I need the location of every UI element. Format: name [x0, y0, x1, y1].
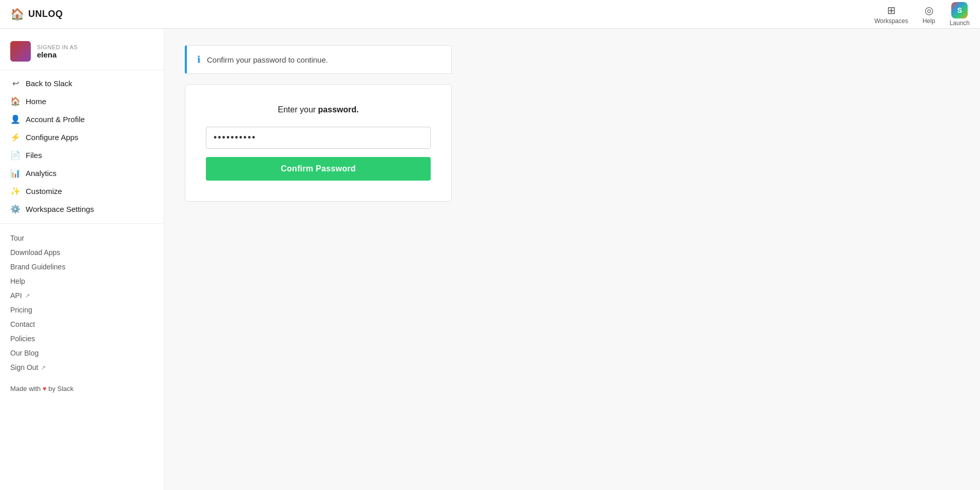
- brand-label: Brand Guidelines: [10, 263, 65, 271]
- main-content: ℹ Confirm your password to continue. Ent…: [164, 29, 980, 490]
- blog-label: Our Blog: [10, 349, 39, 357]
- info-icon: ℹ: [197, 54, 201, 65]
- signed-in-as-label: SIGNED IN AS: [37, 44, 78, 50]
- contact-link[interactable]: Contact: [0, 317, 164, 331]
- launch-app-icon: S: [951, 2, 968, 18]
- user-section: SIGNED IN AS elena: [0, 37, 164, 70]
- help-label: Help: [923, 17, 935, 25]
- nav-divider: [0, 223, 164, 224]
- blog-link[interactable]: Our Blog: [0, 346, 164, 360]
- app-title: UNLOQ: [28, 9, 63, 19]
- download-apps-link[interactable]: Download Apps: [0, 245, 164, 260]
- files-label: Files: [26, 151, 42, 160]
- home-nav-icon: 🏠: [10, 96, 21, 106]
- configure-icon: ⚡: [10, 132, 21, 142]
- home-icon: 🏠: [10, 8, 24, 21]
- account-icon: 👤: [10, 114, 21, 124]
- policies-label: Policies: [10, 335, 35, 343]
- workspaces-button[interactable]: ⊞ Workspaces: [874, 4, 908, 25]
- files-link[interactable]: 📄 Files: [0, 146, 164, 164]
- customize-icon: ✨: [10, 186, 21, 196]
- pricing-link[interactable]: Pricing: [0, 303, 164, 317]
- settings-icon: ⚙️: [10, 204, 21, 214]
- files-icon: 📄: [10, 150, 21, 160]
- sidebar: SIGNED IN AS elena ↩ Back to Slack 🏠 Hom…: [0, 29, 164, 490]
- confirm-password-button[interactable]: Confirm Password: [206, 157, 431, 181]
- workspaces-icon: ⊞: [887, 4, 896, 16]
- by-slack-text: by Slack: [48, 385, 73, 393]
- tour-link[interactable]: Tour: [0, 231, 164, 245]
- password-card: Enter your password. Confirm Password: [185, 84, 452, 202]
- external-link-icon: ↗: [25, 292, 30, 299]
- launch-button[interactable]: S Launch: [950, 2, 970, 27]
- workspace-settings-label: Workspace Settings: [26, 205, 94, 213]
- customize-label: Customize: [26, 187, 62, 195]
- configure-label: Configure Apps: [26, 133, 79, 142]
- help-link[interactable]: Help: [0, 274, 164, 288]
- sign-out-external-icon: ↗: [41, 364, 46, 371]
- analytics-label: Analytics: [26, 169, 56, 178]
- account-label: Account & Profile: [26, 115, 85, 124]
- customize-link[interactable]: ✨ Customize: [0, 182, 164, 200]
- back-arrow-icon: ↩: [10, 79, 21, 88]
- top-nav-right: ⊞ Workspaces ◎ Help S Launch: [874, 2, 970, 27]
- heart-icon: ♥: [43, 385, 48, 393]
- brand-guidelines-link[interactable]: Brand Guidelines: [0, 260, 164, 274]
- top-nav-left: 🏠 UNLOQ: [10, 8, 63, 21]
- made-with-footer: Made with ♥ by Slack: [0, 377, 164, 401]
- sign-out-link[interactable]: Sign Out ↗: [0, 360, 164, 375]
- configure-apps-link[interactable]: ⚡ Configure Apps: [0, 128, 164, 146]
- launch-label: Launch: [950, 19, 970, 27]
- workspace-settings-link[interactable]: ⚙️ Workspace Settings: [0, 200, 164, 218]
- avatar-image: [10, 41, 31, 62]
- download-label: Download Apps: [10, 248, 60, 257]
- home-label: Home: [26, 97, 46, 106]
- made-with-text: Made with: [10, 385, 41, 393]
- avatar: [10, 41, 31, 62]
- contact-label: Contact: [10, 320, 35, 328]
- api-link[interactable]: API ↗: [0, 288, 164, 303]
- account-profile-link[interactable]: 👤 Account & Profile: [0, 110, 164, 128]
- prompt-bold: password.: [318, 105, 359, 114]
- top-navigation: 🏠 UNLOQ ⊞ Workspaces ◎ Help S Launch: [0, 0, 980, 29]
- policies-link[interactable]: Policies: [0, 331, 164, 346]
- username: elena: [37, 50, 78, 59]
- password-input[interactable]: [206, 127, 431, 149]
- help-secondary-label: Help: [10, 277, 25, 285]
- back-to-slack-label: Back to Slack: [26, 79, 72, 88]
- back-to-slack-link[interactable]: ↩ Back to Slack: [0, 74, 164, 92]
- user-info: SIGNED IN AS elena: [37, 44, 78, 59]
- prompt-prefix: Enter your: [278, 105, 318, 114]
- secondary-nav: Tour Download Apps Brand Guidelines Help…: [0, 229, 164, 377]
- help-button[interactable]: ◎ Help: [923, 4, 935, 25]
- main-nav: ↩ Back to Slack 🏠 Home 👤 Account & Profi…: [0, 74, 164, 218]
- analytics-link[interactable]: 📊 Analytics: [0, 164, 164, 182]
- password-prompt: Enter your password.: [206, 105, 431, 114]
- pricing-label: Pricing: [10, 306, 32, 314]
- api-label: API: [10, 291, 22, 300]
- tour-label: Tour: [10, 234, 24, 242]
- info-banner-text: Confirm your password to continue.: [207, 55, 328, 64]
- help-icon: ◎: [925, 4, 933, 16]
- info-banner: ℹ Confirm your password to continue.: [185, 45, 452, 74]
- analytics-icon: 📊: [10, 168, 21, 178]
- sign-out-label: Sign Out: [10, 363, 38, 371]
- workspaces-label: Workspaces: [874, 17, 908, 25]
- home-link[interactable]: 🏠 Home: [0, 92, 164, 110]
